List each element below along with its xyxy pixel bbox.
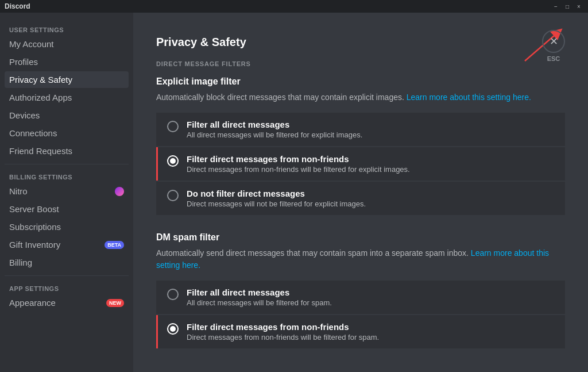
sidebar-item-privacy-safety[interactable]: Privacy & Safety (5, 71, 129, 88)
app-container: User Settings My Account Profiles Privac… (0, 13, 588, 372)
sidebar-item-connections[interactable]: Connections (5, 125, 129, 141)
radio-option-spam-filter-non-friends[interactable]: Filter direct messages from non-friends … (156, 315, 565, 348)
dm-spam-section: DM spam filter Automatically send direct… (156, 232, 565, 350)
maximize-button[interactable]: □ (563, 2, 572, 11)
radio-content-spam-filter-non-friends: Filter direct messages from non-friends … (187, 322, 379, 342)
billing-settings-label: Billing Settings (5, 169, 129, 183)
radio-circle-no-filter (167, 190, 179, 201)
radio-content-filter-all: Filter all direct messages All direct me… (187, 120, 362, 139)
sidebar-divider-1 (5, 164, 129, 164)
esc-circle[interactable]: ✕ (542, 30, 565, 53)
esc-button[interactable]: ✕ ESC (542, 30, 565, 62)
content-area: ✕ ESC Privacy & Safety Direct Message Fi… (133, 13, 588, 372)
sidebar-item-devices[interactable]: Devices (5, 107, 129, 124)
sidebar-item-subscriptions[interactable]: Subscriptions (5, 218, 129, 235)
radio-circle-filter-non-friends (167, 155, 179, 167)
nitro-icon (115, 187, 124, 196)
dm-spam-desc: Automatically send direct messages that … (156, 247, 565, 271)
sidebar-item-appearance[interactable]: Appearance NEW (5, 294, 129, 311)
window-controls: − □ × (551, 2, 583, 11)
radio-option-filter-all[interactable]: Filter all direct messages All direct me… (156, 113, 565, 146)
radio-circle-spam-filter-non-friends (167, 323, 179, 335)
radio-circle-filter-all (167, 121, 179, 132)
app-settings-label: App Settings (5, 281, 129, 294)
sidebar-item-friend-requests[interactable]: Friend Requests (5, 143, 129, 159)
app-title: Discord (5, 2, 30, 10)
explicit-filter-radio-group: Filter all direct messages All direct me… (156, 113, 565, 216)
explicit-filter-link[interactable]: Learn more about this setting here. (407, 93, 531, 102)
titlebar: Discord − □ × (0, 0, 588, 13)
dm-spam-title: DM spam filter (156, 232, 565, 243)
radio-option-spam-filter-all[interactable]: Filter all direct messages All direct me… (156, 281, 565, 314)
sidebar-item-billing[interactable]: Billing (5, 254, 129, 271)
radio-option-filter-non-friends[interactable]: Filter direct messages from non-friends … (156, 147, 565, 181)
radio-circle-spam-filter-all (167, 289, 179, 300)
sidebar-item-profiles[interactable]: Profiles (5, 53, 129, 70)
page-title: Privacy & Safety (156, 36, 565, 49)
sidebar: User Settings My Account Profiles Privac… (0, 13, 133, 372)
radio-content-spam-filter-all: Filter all direct messages All direct me… (187, 287, 332, 307)
sidebar-item-nitro[interactable]: Nitro (5, 183, 129, 200)
user-settings-label: User Settings (5, 22, 129, 36)
explicit-filter-desc: Automatically block direct messages that… (156, 91, 565, 103)
sidebar-item-my-account[interactable]: My Account (5, 36, 129, 52)
radio-option-no-filter[interactable]: Do not filter direct messages Direct mes… (156, 182, 565, 215)
sidebar-item-authorized-apps[interactable]: Authorized Apps (5, 89, 129, 106)
radio-content-filter-non-friends: Filter direct messages from non-friends … (187, 154, 410, 174)
close-button[interactable]: × (574, 2, 583, 11)
sidebar-divider-2 (5, 275, 129, 276)
radio-content-no-filter: Do not filter direct messages Direct mes… (187, 189, 366, 208)
explicit-filter-title: Explicit image filter (156, 76, 565, 87)
minimize-button[interactable]: − (551, 2, 560, 11)
beta-badge: BETA (105, 241, 124, 249)
sidebar-item-server-boost[interactable]: Server Boost (5, 201, 129, 217)
new-badge: NEW (106, 299, 124, 307)
sidebar-item-gift-inventory[interactable]: Gift Inventory BETA (5, 236, 129, 253)
direct-message-filters-label: Direct Message Filters (156, 60, 565, 67)
esc-label: ESC (547, 55, 560, 62)
dm-spam-radio-group: Filter all direct messages All direct me… (156, 281, 565, 350)
